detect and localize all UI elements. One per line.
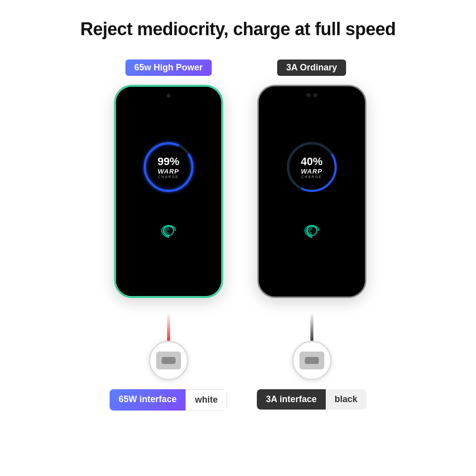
right-cable-area: 40% WARP CHARGE	[257, 85, 366, 380]
right-label-bar: 3A interface black	[257, 389, 366, 410]
left-badge: 65w High Power	[125, 60, 212, 76]
right-badge: 3A Ordinary	[277, 60, 346, 76]
left-charge-circle: 99% WARP CHARGE	[141, 140, 196, 194]
left-label-bar: 65W interface white	[110, 389, 227, 411]
left-phone-screen: 99% WARP CHARGE	[116, 87, 221, 296]
right-percent: 40%	[301, 156, 323, 168]
page-title: Reject mediocrity, charge at full speed	[80, 19, 396, 40]
right-label-right: black	[326, 389, 366, 410]
left-fingerprint	[156, 218, 181, 243]
left-cable-top	[167, 298, 170, 313]
right-camera-bar	[306, 93, 317, 97]
right-label-left: 3A interface	[257, 389, 325, 410]
phone-column-right: 3A Ordinary 40% WARP	[257, 60, 366, 410]
right-charge-label: CHARGE	[301, 175, 322, 178]
left-cable-area: 99% WARP CHARGE	[114, 85, 223, 380]
left-plug-circle	[149, 341, 188, 380]
left-camera-dot	[167, 94, 171, 98]
right-charge-circle: 40% WARP CHARGE	[285, 140, 339, 194]
right-warp: WARP	[301, 168, 322, 175]
phone-column-left: 65w High Power	[110, 60, 227, 411]
right-camera-dot-2	[313, 93, 317, 97]
right-plug-port	[305, 357, 319, 364]
left-charge-label: CHARGE	[158, 175, 179, 178]
left-label-right: white	[185, 389, 227, 411]
right-plug-inner	[299, 352, 324, 369]
left-warp: WARP	[158, 168, 179, 175]
right-cable-black	[310, 313, 313, 343]
right-phone: 40% WARP CHARGE	[257, 85, 366, 298]
right-plug-circle	[292, 341, 332, 380]
left-charge-info: 99% WARP CHARGE	[158, 156, 179, 178]
left-cable-red	[167, 313, 170, 343]
left-percent: 99%	[158, 156, 179, 168]
right-cable-top	[310, 298, 313, 313]
left-plug-port	[162, 357, 176, 364]
left-phone: 99% WARP CHARGE	[114, 85, 223, 298]
right-phone-screen: 40% WARP CHARGE	[259, 86, 365, 297]
left-camera-bar	[167, 94, 171, 98]
right-camera-dot-1	[306, 93, 310, 97]
right-charge-info: 40% WARP CHARGE	[301, 156, 323, 178]
phones-comparison: 65w High Power	[110, 60, 366, 411]
right-fingerprint	[299, 218, 324, 243]
left-label-left: 65W interface	[110, 389, 185, 411]
left-plug-inner	[156, 352, 181, 369]
